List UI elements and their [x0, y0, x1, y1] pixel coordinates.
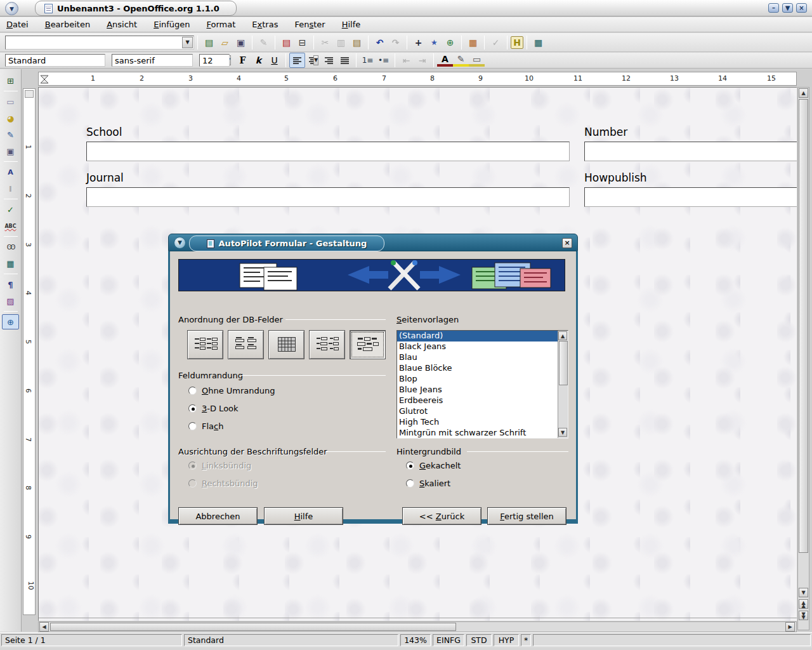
paragraph-style-input[interactable] — [6, 55, 119, 66]
dialog-close-icon[interactable]: × — [562, 238, 572, 248]
insert-frame-icon[interactable]: ▭ — [2, 94, 19, 109]
paragraph-style-combobox[interactable]: ▼ — [5, 54, 105, 67]
redo-icon[interactable]: ↷ — [388, 35, 403, 50]
cancel-button[interactable]: Abbrechen — [178, 507, 258, 525]
close-button[interactable]: × — [796, 3, 807, 13]
font-size-combobox[interactable]: ▼ — [199, 54, 230, 67]
vertical-ruler[interactable]: 1 2 3 4 5 6 7 8 9 10 — [23, 88, 36, 615]
status-page-style[interactable]: Standard — [184, 634, 398, 646]
gallery-icon[interactable]: ▦ — [465, 35, 481, 50]
insert-object-chart-icon[interactable]: ◕ — [2, 110, 19, 126]
arrangement-free-button[interactable] — [350, 330, 386, 359]
hyperlink-dialog-icon[interactable]: ★ — [426, 35, 442, 50]
auto-spellcheck-icon[interactable]: ABC — [2, 218, 19, 234]
menu-format[interactable]: Format — [207, 20, 236, 29]
font-size-input[interactable] — [200, 55, 313, 66]
horizontal-scrollbar[interactable]: ◀ ▶ — [38, 621, 797, 632]
listbox-scroll-thumb[interactable] — [559, 341, 568, 385]
list-item[interactable]: Erdbeereis — [397, 395, 568, 406]
numbered-list-button[interactable]: 1≡ — [360, 53, 376, 68]
list-item[interactable]: Blaue Blöcke — [397, 363, 568, 374]
arrangement-labels-above-button[interactable] — [228, 330, 264, 359]
number-field[interactable] — [584, 142, 797, 161]
url-input[interactable] — [6, 36, 181, 49]
edit-file-icon[interactable]: ✎ — [256, 35, 272, 50]
scroll-down-icon[interactable]: ▼ — [799, 588, 808, 597]
dialog-titlebar[interactable]: ▼ AutoPilot Formular - Gestaltung × — [168, 234, 578, 251]
data-sources-vertical-icon[interactable]: ▦ — [2, 256, 19, 271]
list-item[interactable]: Mintgrün mit schwarzer Schrift — [397, 428, 568, 439]
align-justify-button[interactable] — [337, 53, 353, 68]
font-name-combobox[interactable]: ▼ — [112, 54, 193, 67]
save-document-icon[interactable]: ▣ — [233, 35, 249, 50]
online-layout-icon[interactable]: ⊕ — [2, 314, 19, 329]
window-title-tab[interactable]: Unbenannt3 - OpenOffice.org 1.1.0 — [35, 1, 237, 16]
howpublish-field[interactable] — [584, 187, 797, 207]
minimize-button[interactable]: – — [768, 3, 779, 13]
scroll-left-icon[interactable]: ◀ — [39, 622, 49, 632]
journal-field[interactable] — [86, 187, 570, 207]
scroll-up-icon[interactable]: ▲ — [799, 88, 808, 98]
list-item[interactable]: Blop — [397, 374, 568, 385]
listbox-scroll-up-icon[interactable]: ▲ — [558, 331, 567, 340]
status-zoom[interactable]: 143% — [400, 634, 431, 646]
font-color-button[interactable]: A — [437, 54, 453, 67]
scroll-right-icon[interactable]: ▶ — [785, 622, 795, 632]
autotext-icon[interactable]: A — [2, 164, 19, 180]
list-item[interactable]: High Tech — [397, 417, 568, 428]
size-dropdown-button[interactable]: ▼ — [313, 55, 318, 65]
indent-markers[interactable] — [40, 75, 50, 86]
load-url-icon[interactable]: ⊕ — [442, 35, 458, 50]
window-menu-button[interactable]: ▼ — [5, 2, 18, 15]
listbox-scroll-down-icon[interactable]: ▼ — [558, 428, 567, 437]
navigator-icon[interactable]: H — [511, 36, 523, 49]
arrangement-columns-labels-left-button[interactable] — [187, 330, 223, 359]
radio-skaliert[interactable]: Skaliert — [406, 479, 450, 488]
menu-ansicht[interactable]: Ansicht — [107, 20, 137, 29]
previous-page-icon[interactable]: ▲▲ — [799, 599, 808, 609]
paste-icon[interactable]: ▤ — [349, 35, 365, 50]
direct-cursor-icon[interactable]: I — [2, 181, 19, 196]
arrangement-rows-labels-left-button[interactable] — [309, 330, 345, 359]
menu-bearbeiten[interactable]: Bearbeiten — [45, 20, 90, 29]
horizontal-ruler[interactable]: 1 2 3 4 5 6 7 8 9 10 11 12 13 14 15 — [38, 72, 797, 86]
dialog-menu-button[interactable]: ▼ — [174, 237, 186, 249]
spellcheck-icon[interactable]: ✓ — [2, 202, 19, 217]
status-selection-mode[interactable]: STD — [466, 634, 492, 646]
draw-functions-icon[interactable]: ✎ — [2, 127, 19, 142]
status-insert-mode[interactable]: EINFG — [433, 634, 464, 646]
nonprinting-characters-icon[interactable]: ¶ — [2, 277, 19, 292]
next-page-icon[interactable]: ▼▼ — [799, 611, 808, 620]
menu-einfuegen[interactable]: Einfügen — [154, 20, 190, 29]
menu-hilfe[interactable]: Hilfe — [342, 20, 361, 29]
radio-gekachelt[interactable]: Gekachelt — [406, 461, 461, 470]
vertical-scroll-thumb[interactable] — [799, 99, 808, 553]
highlighting-button[interactable]: ✎ — [453, 54, 469, 67]
check-document-icon[interactable]: ✓ — [488, 35, 504, 50]
open-file-icon[interactable]: ▱ — [217, 35, 233, 50]
help-button[interactable]: Hilfe — [264, 507, 343, 525]
data-sources-icon[interactable]: ▦ — [530, 35, 546, 50]
increase-indent-button[interactable]: ⇥ — [414, 53, 430, 68]
menu-fenster[interactable]: Fenster — [294, 20, 325, 29]
insert-table-icon[interactable]: ⊞ — [2, 73, 19, 88]
horizontal-scroll-thumb[interactable] — [50, 623, 456, 631]
url-dropdown-button[interactable]: ▼ — [182, 37, 193, 48]
radio-flach[interactable]: Flach — [188, 421, 223, 431]
form-functions-icon[interactable]: ▣ — [2, 143, 19, 159]
listbox-scrollbar[interactable]: ▲ ▼ — [558, 331, 568, 438]
radio-3d-look[interactable]: 3-D Look — [188, 404, 239, 413]
export-pdf-icon[interactable]: ▤ — [278, 35, 294, 50]
school-field[interactable] — [86, 142, 570, 161]
bullet-list-button[interactable]: •≡ — [376, 53, 391, 68]
print-file-icon[interactable]: ⊟ — [294, 35, 310, 50]
list-item[interactable]: (Standard) — [397, 331, 568, 342]
page-styles-listbox[interactable]: (Standard) Black Jeans Blau Blaue Blöcke… — [396, 330, 568, 439]
arrangement-as-table-button[interactable] — [268, 330, 304, 359]
finish-button[interactable]: Fertig stellen — [487, 507, 566, 525]
list-item[interactable]: Black Jeans — [397, 342, 568, 352]
url-combobox[interactable]: ▼ — [5, 36, 194, 50]
insert-object-icon[interactable]: + — [410, 35, 426, 50]
paragraph-background-button[interactable]: ▭ — [469, 54, 485, 67]
back-button[interactable]: << Zurück — [402, 507, 481, 525]
